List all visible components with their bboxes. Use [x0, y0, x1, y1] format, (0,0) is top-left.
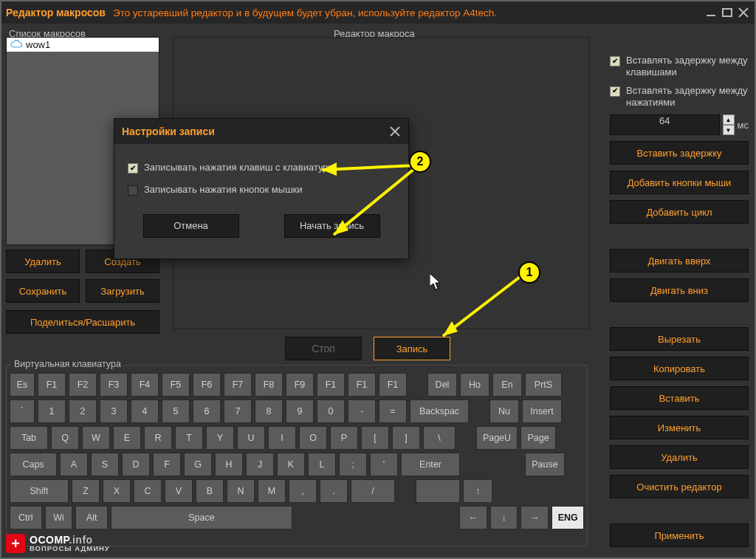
key-↑[interactable]: ↑	[463, 479, 492, 503]
key-9[interactable]: 9	[286, 399, 314, 423]
key-1[interactable]: 1	[38, 399, 66, 423]
key-Insert[interactable]: Insert	[522, 399, 562, 423]
key-Es[interactable]: Es	[10, 373, 35, 397]
move-down-button[interactable]: Двигать вниз	[610, 278, 749, 302]
minimize-button[interactable]	[704, 6, 718, 19]
key-V[interactable]: V	[165, 479, 193, 503]
key-F2[interactable]: F2	[69, 373, 97, 397]
key-F1[interactable]: F1	[317, 373, 345, 397]
key-←[interactable]: ←	[459, 506, 487, 529]
key-F4[interactable]: F4	[131, 373, 159, 397]
checkbox-icon[interactable]	[128, 185, 138, 196]
key-blank[interactable]	[416, 479, 460, 503]
key-J[interactable]: J	[246, 453, 274, 476]
key-→[interactable]: →	[520, 506, 549, 529]
key-En[interactable]: En	[492, 373, 522, 397]
key-F1[interactable]: F1	[348, 373, 376, 397]
key-E[interactable]: E	[113, 426, 141, 450]
dialog-start-record-button[interactable]: Начать запись	[284, 214, 380, 238]
key-,[interactable]: ,	[289, 479, 317, 503]
key-F1[interactable]: F1	[379, 373, 407, 397]
copy-button[interactable]: Копировать	[610, 357, 749, 380]
delay-input[interactable]: 64	[610, 114, 720, 135]
key-N[interactable]: N	[227, 479, 255, 503]
key-PageU[interactable]: PageU	[476, 426, 518, 450]
key-K[interactable]: K	[277, 453, 305, 476]
key-Ctrl[interactable]: Ctrl	[10, 506, 42, 529]
save-macro-button[interactable]: Сохранить	[6, 279, 80, 303]
key-0[interactable]: 0	[317, 399, 345, 423]
key-Ho[interactable]: Ho	[460, 373, 489, 397]
key-'[interactable]: '	[370, 453, 398, 476]
key-P[interactable]: P	[330, 426, 358, 450]
key-Y[interactable]: Y	[206, 426, 234, 450]
share-macro-button[interactable]: Поделиться/Расшарить	[6, 310, 159, 334]
key-Pause[interactable]: Pause	[525, 453, 565, 476]
key-M[interactable]: M	[258, 479, 286, 503]
macro-list-item[interactable]: wow1	[7, 38, 159, 52]
key-H[interactable]: H	[215, 453, 243, 476]
checkbox-icon[interactable]	[610, 56, 620, 66]
key-Space[interactable]: Space	[111, 506, 292, 529]
close-button[interactable]	[737, 6, 750, 19]
key-Shift[interactable]: Shift	[10, 479, 69, 503]
key-ENG[interactable]: ENG	[551, 506, 584, 529]
add-loop-button[interactable]: Добавить цикл	[610, 200, 749, 224]
key-Wi[interactable]: Wi	[45, 506, 73, 529]
clear-editor-button[interactable]: Очистить редактор	[610, 475, 749, 498]
checkbox-icon[interactable]	[610, 86, 620, 97]
key-4[interactable]: 4	[131, 399, 159, 423]
key-U[interactable]: U	[237, 426, 265, 450]
key-8[interactable]: 8	[255, 399, 283, 423]
key-Enter[interactable]: Enter	[401, 453, 460, 476]
checkbox-icon[interactable]	[128, 163, 138, 174]
edit-button[interactable]: Изменить	[610, 416, 749, 439]
key-Q[interactable]: Q	[51, 426, 79, 450]
key-O[interactable]: O	[299, 426, 327, 450]
key-Caps[interactable]: Caps	[10, 453, 57, 476]
key-F3[interactable]: F3	[100, 373, 128, 397]
key-C[interactable]: C	[134, 479, 162, 503]
key-Backspac[interactable]: Backspac	[410, 399, 469, 423]
delay-stepper[interactable]: ▲▼	[723, 114, 735, 135]
key-Page[interactable]: Page	[520, 426, 556, 450]
key-G[interactable]: G	[184, 453, 212, 476]
delete-step-button[interactable]: Удалить	[610, 445, 749, 469]
key-2[interactable]: 2	[69, 399, 97, 423]
dialog-close-button[interactable]	[389, 126, 401, 137]
key-Nu[interactable]: Nu	[489, 399, 519, 423]
chk-delay-between-keys[interactable]: Вставлять задержку между клавишами	[610, 55, 749, 79]
record-button[interactable]: Запись	[374, 337, 450, 360]
chk-delay-between-presses[interactable]: Вставлять задержку между нажатиями	[610, 85, 749, 109]
key-B[interactable]: B	[196, 479, 224, 503]
key-F7[interactable]: F7	[224, 373, 252, 397]
cut-button[interactable]: Вырезать	[610, 327, 749, 351]
key-Tab[interactable]: Tab	[10, 426, 48, 450]
key-Z[interactable]: Z	[72, 479, 100, 503]
key-S[interactable]: S	[91, 453, 119, 476]
key-PrtS[interactable]: PrtS	[525, 373, 562, 397]
opt-record-keyboard[interactable]: Записывать нажатия клавиш с клавиатуры	[128, 162, 395, 174]
step-up[interactable]: ▲	[723, 114, 735, 125]
paste-button[interactable]: Вставить	[610, 386, 749, 410]
key-6[interactable]: 6	[193, 399, 221, 423]
apply-button[interactable]: Применить	[610, 524, 749, 547]
opt-record-mouse[interactable]: Записывать нажатия кнопок мышки	[128, 184, 395, 196]
key--[interactable]: -	[348, 399, 376, 423]
maximize-button[interactable]	[721, 6, 734, 19]
key-↓[interactable]: ↓	[490, 506, 518, 529]
key-D[interactable]: D	[122, 453, 150, 476]
delete-macro-button[interactable]: Удалить	[6, 250, 80, 273]
key-A[interactable]: A	[60, 453, 88, 476]
dialog-cancel-button[interactable]: Отмена	[143, 214, 239, 238]
key-.[interactable]: .	[320, 479, 348, 503]
key-3[interactable]: 3	[100, 399, 128, 423]
key-][interactable]: ]	[392, 426, 420, 450]
key-7[interactable]: 7	[224, 399, 252, 423]
load-macro-button[interactable]: Загрузить	[86, 279, 159, 303]
key-R[interactable]: R	[144, 426, 172, 450]
key-[[interactable]: [	[361, 426, 389, 450]
key-5[interactable]: 5	[162, 399, 190, 423]
key-W[interactable]: W	[82, 426, 110, 450]
key-F[interactable]: F	[153, 453, 181, 476]
